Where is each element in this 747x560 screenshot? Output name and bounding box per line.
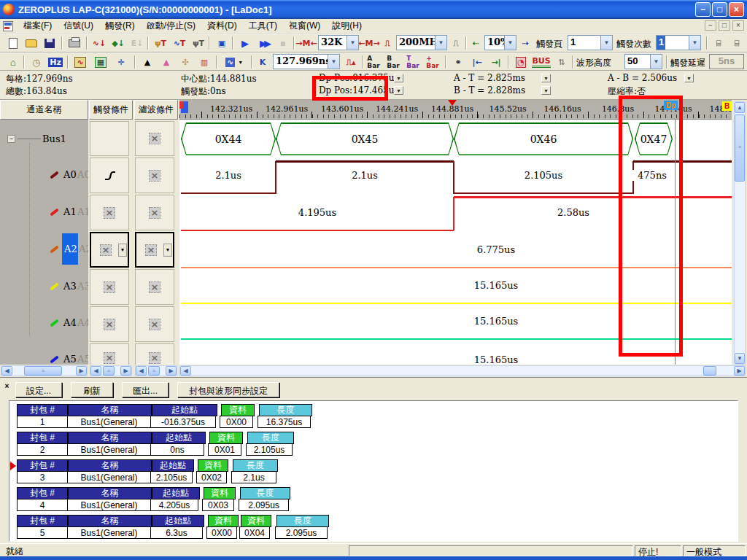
menu-trigger[interactable]: 觸發(R): [99, 18, 141, 34]
listing-window-icon[interactable]: ▦: [92, 54, 109, 70]
column-header-channel[interactable]: 通道名稱: [0, 100, 88, 120]
dp-pos-a-dropdown[interactable]: ▼: [394, 74, 403, 82]
scroll-left-arrow[interactable]: ◀: [1, 366, 12, 376]
sampling-setup-icon[interactable]: ∿↓: [90, 35, 108, 51]
trigger-delay-field[interactable]: 5ns: [709, 54, 744, 69]
print-button[interactable]: [66, 35, 83, 51]
t-bar-icon[interactable]: TBar: [404, 54, 422, 70]
channel-label-a2[interactable]: A2: [64, 244, 77, 254]
trigger-position-marker[interactable]: [448, 100, 457, 106]
trigger-cell-a4[interactable]: ×: [90, 306, 129, 342]
column-header-trigger[interactable]: 觸發條件: [89, 100, 133, 120]
horizontal-scroll-thumb[interactable]: ≡: [24, 366, 62, 376]
filter-cell-a0[interactable]: ×: [135, 158, 174, 193]
packet-wave-sync-button[interactable]: 封包與波形同步設定: [177, 382, 279, 397]
menu-help[interactable]: 說明(H): [326, 18, 368, 34]
bar-chart-icon[interactable]: ▥: [196, 54, 213, 70]
scroll-right-arrow[interactable]: ▶: [120, 366, 131, 376]
channel-pen-icon[interactable]: [50, 282, 59, 290]
vertical-scroll-thumb[interactable]: ≡: [735, 114, 745, 182]
scroll-left-arrow[interactable]: ◀: [90, 366, 101, 376]
export-button[interactable]: 匯出...: [122, 382, 169, 397]
channel-label-a3[interactable]: A3: [63, 281, 77, 292]
goto-next-bar-icon[interactable]: →|: [487, 54, 505, 70]
scroll-down-arrow[interactable]: ▼: [735, 353, 745, 364]
waveform-horizontal-scrollbar[interactable]: ◀ ▶: [179, 365, 746, 376]
packet-row[interactable]: 封包 # 名稱 起始點 資料 長度 2 Bus1(General) 0ns 0X…: [17, 432, 294, 456]
goto-prev-bar-icon[interactable]: |←: [468, 54, 486, 70]
bus-label-icon[interactable]: BUS: [533, 54, 550, 70]
navigator-icon[interactable]: ✛: [112, 54, 130, 70]
trigger-cell-a5[interactable]: ×: [90, 343, 129, 365]
channel-label-a5[interactable]: A5: [63, 354, 77, 365]
waveform-window-icon[interactable]: ∿: [71, 54, 89, 70]
zoom-percent-combo[interactable]: 10%▼: [484, 35, 516, 50]
menu-signal[interactable]: 信號(U): [58, 18, 99, 34]
packet-row[interactable]: 封包 # 名稱 起始點 資料 資料 長度 5 Bus1(General) 6.3…: [17, 515, 329, 539]
trigger-mark-1-icon[interactable]: ψT: [152, 35, 169, 51]
trigger-cell-a0[interactable]: [90, 158, 129, 193]
frequency-icon[interactable]: Hz: [47, 54, 64, 70]
memory-in-icon[interactable]: →M←: [298, 35, 315, 51]
filter-cell-a5[interactable]: ×: [135, 343, 174, 365]
home-view-icon[interactable]: ⌂: [4, 54, 22, 70]
document-icon[interactable]: [3, 21, 13, 31]
trigger-count-combo[interactable]: 1 ▼: [656, 35, 701, 50]
a-b-dropdown[interactable]: ▼: [684, 74, 694, 82]
stop-button[interactable]: ■: [274, 35, 292, 51]
save-file-button[interactable]: [41, 35, 58, 51]
packet-row-current[interactable]: 封包 # 名稱 起始點 資料 長度 3 Bus1(General) 2.105u…: [17, 459, 278, 483]
title-bar[interactable]: ZEROPLUS LAP-C(321000)(S/N:00000000001) …: [0, 0, 747, 19]
close-button[interactable]: ×: [729, 2, 744, 17]
scroll-up-arrow[interactable]: ▲: [735, 102, 745, 113]
red-cursor-icon[interactable]: ⎍▴: [343, 54, 359, 70]
run-button[interactable]: ▶: [236, 35, 254, 51]
clock-setup-icon[interactable]: ◷: [28, 54, 45, 70]
menu-data[interactable]: 資料(D): [201, 18, 243, 34]
dp-pos-b-dropdown[interactable]: ▼: [394, 86, 403, 95]
timer-window-icon[interactable]: ◔: [512, 54, 530, 70]
select-cursor-icon[interactable]: ▲: [139, 54, 156, 70]
a-bar-icon[interactable]: ABar: [365, 54, 382, 70]
sync-icon[interactable]: ⇅: [553, 54, 570, 70]
repeat-run-button[interactable]: ▶▶: [255, 35, 273, 51]
waveform-vertical-scrollbar[interactable]: ▲ ≡ ▼: [734, 101, 746, 365]
channel-label-a0[interactable]: A0: [63, 169, 77, 180]
trigger-column-scrollbar[interactable]: ◀ ≡ ▶: [90, 365, 132, 376]
filter-cell-bus1[interactable]: ×: [135, 121, 174, 156]
add-bar-icon[interactable]: +Bar: [424, 54, 441, 70]
menu-file[interactable]: 檔案(F): [18, 18, 58, 34]
bus-analyzer-icon[interactable]: ▣: [213, 35, 231, 51]
channel-pen-icon[interactable]: [50, 171, 59, 179]
column-header-filter[interactable]: 濾波條件: [134, 100, 178, 120]
trigger-cell-a1[interactable]: ×: [90, 195, 129, 230]
horizontal-scroll-thumb[interactable]: ≡: [103, 366, 115, 376]
trigger-cell-a2[interactable]: ×▼: [90, 232, 129, 268]
horizontal-scroll-thumb[interactable]: [703, 366, 716, 376]
mdi-close-button[interactable]: ×: [732, 20, 744, 31]
trigger-cell-bus1[interactable]: [90, 121, 129, 156]
channel-pen-icon[interactable]: [50, 208, 59, 216]
settings-button[interactable]: 設定...: [15, 382, 62, 397]
zoom-k-icon[interactable]: K: [255, 54, 270, 70]
trigger-cell-dropdown[interactable]: ▼: [118, 244, 127, 257]
filter-cell-a3[interactable]: ×: [135, 269, 174, 305]
packet-row[interactable]: 封包 # 名稱 起始點 資料 長度 1 Bus1(General) -016.3…: [17, 404, 312, 428]
sample-rate-combo[interactable]: 200MHz▼: [396, 35, 447, 50]
channel-label-a4[interactable]: A4: [63, 317, 77, 328]
menu-tools[interactable]: 工具(T): [243, 18, 283, 34]
channel-pen-icon[interactable]: [50, 319, 59, 327]
refresh-button[interactable]: 刷新: [71, 382, 113, 397]
menu-run-stop[interactable]: 啟動/停止(S): [141, 18, 201, 34]
menu-window[interactable]: 視窗(W): [283, 18, 326, 34]
filter-cell-a2[interactable]: ×▼: [135, 232, 174, 268]
filter-cell-a1[interactable]: ×: [135, 195, 174, 230]
mdi-restore-button[interactable]: □: [719, 20, 730, 31]
scroll-left-arrow[interactable]: ◀: [180, 366, 191, 376]
filter-column-scrollbar[interactable]: ◀ ≡ ▶: [135, 365, 177, 376]
bus-collapse-toggle[interactable]: −: [7, 135, 15, 143]
find-icon[interactable]: ⚭: [449, 54, 467, 70]
minimize-button[interactable]: −: [695, 2, 711, 17]
trigger-mark-3-icon[interactable]: ψT: [190, 35, 207, 51]
open-file-button[interactable]: [23, 35, 40, 51]
